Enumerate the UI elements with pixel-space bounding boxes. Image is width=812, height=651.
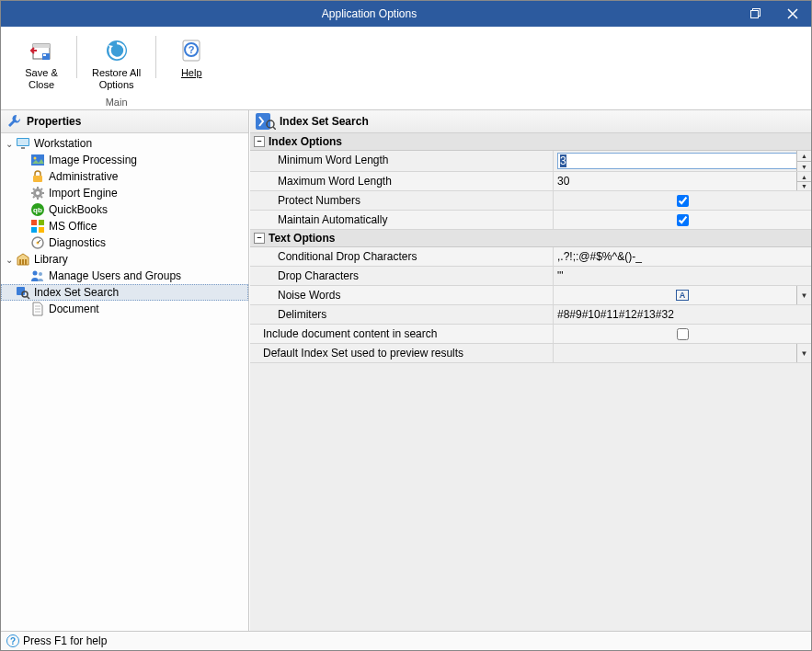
dropdown-arrow[interactable]: ▼ xyxy=(796,344,811,362)
maintain-auto-checkbox[interactable] xyxy=(677,214,689,226)
svg-point-14 xyxy=(34,157,37,160)
svg-rect-29 xyxy=(39,220,44,225)
tree-node-library[interactable]: ⌄ Library xyxy=(1,251,248,268)
svg-line-22 xyxy=(33,188,35,190)
close-icon xyxy=(787,8,798,19)
svg-point-38 xyxy=(33,271,38,276)
library-icon xyxy=(16,252,30,267)
restore-window-button[interactable] xyxy=(738,1,774,27)
noise-words-badge: A xyxy=(676,290,690,301)
svg-rect-15 xyxy=(33,176,42,182)
svg-rect-28 xyxy=(31,220,37,225)
gear-icon xyxy=(30,186,45,200)
svg-line-48 xyxy=(273,127,276,130)
save-close-label: Save & Close xyxy=(25,67,57,91)
svg-point-39 xyxy=(39,272,42,276)
save-close-icon xyxy=(27,36,56,65)
section-text-options: – Text Options xyxy=(250,230,811,247)
svg-line-24 xyxy=(33,197,35,199)
tree-node-administrative[interactable]: Administrative xyxy=(1,168,248,185)
tree-node-manage-users[interactable]: Manage Users and Groups xyxy=(1,268,248,284)
svg-point-17 xyxy=(36,191,40,195)
index-search-header-icon xyxy=(256,113,276,130)
section-index-options: – Index Options xyxy=(250,133,811,151)
restore-all-icon xyxy=(102,36,132,65)
search-icon xyxy=(16,285,30,300)
row-include-doc: Include document content in search xyxy=(250,325,811,344)
office-icon xyxy=(30,219,45,234)
help-button[interactable]: ? Help xyxy=(164,32,219,95)
svg-line-42 xyxy=(27,296,29,299)
min-word-length-input[interactable] xyxy=(557,153,807,169)
row-cond-drop: Conditional Drop Characters xyxy=(250,247,811,267)
cond-drop-input[interactable] xyxy=(557,250,807,263)
svg-rect-40 xyxy=(17,287,25,295)
svg-rect-13 xyxy=(31,154,44,166)
diagnostics-icon xyxy=(30,235,45,250)
help-label: Help xyxy=(181,67,202,79)
title-bar: Application Options xyxy=(1,1,811,27)
users-icon xyxy=(30,268,45,283)
tree-node-index-set-search[interactable]: Index Set Search xyxy=(1,284,248,301)
status-text: Press F1 for help xyxy=(23,634,107,647)
window-title: Application Options xyxy=(1,7,738,20)
include-doc-checkbox[interactable] xyxy=(677,328,689,340)
main-header: Index Set Search xyxy=(250,110,811,133)
restore-icon xyxy=(750,8,761,19)
default-set-input[interactable] xyxy=(557,347,807,360)
collapse-toggle[interactable]: – xyxy=(254,136,265,147)
svg-line-34 xyxy=(38,240,40,243)
image-icon xyxy=(30,153,45,167)
wrench-icon xyxy=(6,113,23,130)
svg-text:qb: qb xyxy=(33,206,42,214)
tree-node-image-processing[interactable]: Image Processing xyxy=(1,152,248,168)
max-word-length-input[interactable] xyxy=(557,175,807,188)
svg-rect-37 xyxy=(25,259,27,265)
protect-numbers-checkbox[interactable] xyxy=(677,195,689,207)
svg-line-25 xyxy=(41,188,43,190)
svg-text:?: ? xyxy=(189,44,195,55)
document-icon xyxy=(30,302,45,316)
svg-rect-30 xyxy=(31,227,37,233)
main-panel: Index Set Search – Index Options Minimum… xyxy=(249,110,811,631)
property-grid: – Index Options Minimum Word Length ▲▼ M… xyxy=(250,133,811,631)
tree-node-import-engine[interactable]: Import Engine xyxy=(1,185,248,201)
expand-toggle[interactable]: ⌄ xyxy=(3,139,16,149)
tree-node-ms-office[interactable]: MS Office xyxy=(1,218,248,234)
properties-sidebar: Properties ⌄ Workstation Image Processin… xyxy=(1,110,249,631)
ribbon-group-main: Save & Close Restore All Options ? Help … xyxy=(8,32,224,108)
tree-node-diagnostics[interactable]: Diagnostics xyxy=(1,234,248,251)
drop-chars-input[interactable] xyxy=(557,269,807,282)
svg-rect-35 xyxy=(19,259,21,265)
collapse-toggle[interactable]: – xyxy=(254,233,265,244)
dropdown-arrow[interactable]: ▼ xyxy=(796,286,811,304)
svg-line-23 xyxy=(41,197,43,199)
expand-toggle[interactable]: ⌄ xyxy=(3,255,16,265)
help-status-icon: ? xyxy=(6,634,19,647)
ribbon-toolbar: Save & Close Restore All Options ? Help … xyxy=(1,27,811,110)
save-close-button[interactable]: Save & Close xyxy=(14,32,69,95)
tree-node-quickbooks[interactable]: qb QuickBooks xyxy=(1,201,248,218)
row-delimiters: Delimiters xyxy=(250,305,811,325)
tree-node-workstation[interactable]: ⌄ Workstation xyxy=(1,135,248,152)
ribbon-group-label: Main xyxy=(106,97,128,108)
row-maintain-auto: Maintain Automatically xyxy=(250,211,811,230)
spinner-control[interactable]: ▲▼ xyxy=(796,172,811,190)
row-protect-numbers: Protect Numbers xyxy=(250,191,811,211)
restore-all-button[interactable]: Restore All Options xyxy=(85,32,148,95)
svg-rect-1 xyxy=(751,11,759,18)
row-default-set: Default Index Set used to preview result… xyxy=(250,344,811,363)
spinner-control[interactable]: ▲▼ xyxy=(796,151,811,171)
properties-tree[interactable]: ⌄ Workstation Image Processing Administr… xyxy=(1,133,248,631)
svg-rect-36 xyxy=(22,259,24,265)
svg-rect-12 xyxy=(21,147,25,149)
restore-all-label: Restore All Options xyxy=(92,67,141,91)
tree-node-document[interactable]: Document xyxy=(1,301,248,317)
quickbooks-icon: qb xyxy=(30,202,45,217)
properties-header: Properties xyxy=(1,110,248,133)
row-noise-words: Noise Words A ▼ xyxy=(250,286,811,305)
svg-rect-5 xyxy=(43,54,46,56)
delimiters-input[interactable] xyxy=(557,308,807,321)
close-window-button[interactable] xyxy=(774,1,811,27)
help-icon: ? xyxy=(177,36,206,65)
